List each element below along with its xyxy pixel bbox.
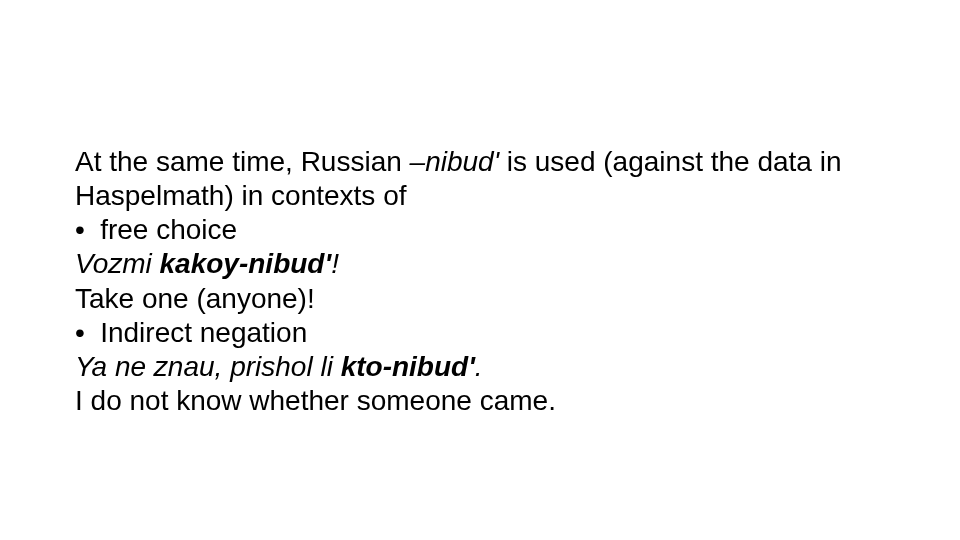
bullet-icon: • [75, 213, 100, 247]
example1-gloss: Take one (anyone)! [75, 282, 885, 316]
bullet-icon: • [75, 316, 100, 350]
body-text: At the same time, Russian –nibud' is use… [75, 145, 885, 418]
intro-line: At the same time, Russian –nibud' is use… [75, 145, 885, 213]
ex1-bold: kakoy-nibud' [160, 248, 332, 279]
ex2-gloss: I do not know whether someone came. [75, 385, 556, 416]
ex2-bold: kto-nibud' [341, 351, 475, 382]
ex1-pre: Vozmi [75, 248, 160, 279]
example2: Ya ne znau, prishol li kto-nibud'. [75, 350, 885, 384]
ex2-post: . [475, 351, 483, 382]
bullet1-text: free choice [100, 214, 237, 245]
ex1-gloss: Take one (anyone)! [75, 283, 315, 314]
ex2-pre: Ya ne znau, prishol li [75, 351, 341, 382]
intro-term: –nibud' [410, 146, 499, 177]
bullet-free-choice: •free choice [75, 213, 885, 247]
ex1-post: ! [331, 248, 339, 279]
bullet2-text: Indirect negation [100, 317, 307, 348]
slide: At the same time, Russian –nibud' is use… [0, 0, 960, 540]
example2-gloss: I do not know whether someone came. [75, 384, 885, 418]
bullet-indirect-negation: •Indirect negation [75, 316, 885, 350]
example1: Vozmi kakoy-nibud'! [75, 247, 885, 281]
intro-pre: At the same time, Russian [75, 146, 410, 177]
